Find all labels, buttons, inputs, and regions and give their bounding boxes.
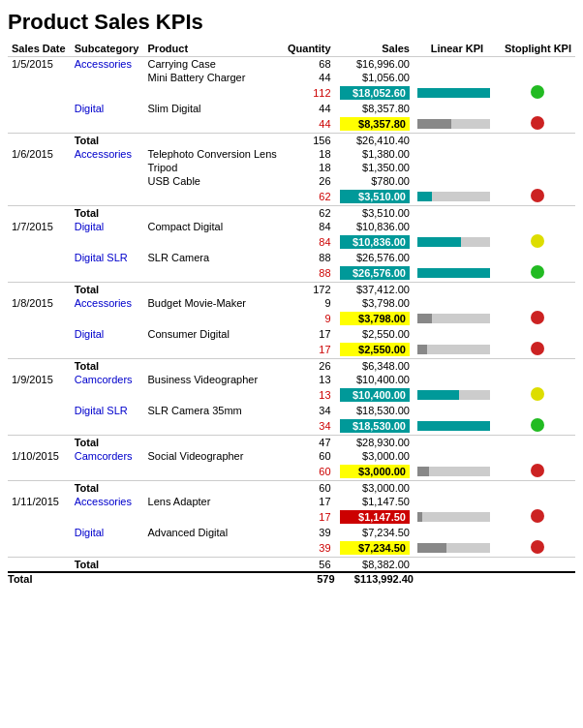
cell-stoplight-kpi	[501, 115, 575, 134]
stoplight-dot	[531, 265, 544, 279]
cell-sales: $28,930.00	[335, 436, 414, 450]
cell-qty: 13	[283, 386, 334, 404]
cell-product: Social Videographer	[144, 449, 284, 463]
cell-date	[8, 463, 71, 481]
cell-stoplight-kpi	[501, 188, 575, 206]
cell-subcat: Total	[71, 359, 144, 374]
cell-stoplight-kpi	[501, 558, 575, 573]
cell-product	[144, 359, 284, 374]
cell-sales: $18,052.60	[335, 84, 414, 102]
cell-linear-kpi	[414, 296, 501, 310]
cell-stoplight-kpi	[501, 233, 575, 251]
stoplight-dot	[531, 342, 544, 355]
cell-date	[8, 436, 71, 450]
col-header-linear-kpi: Linear KPI	[414, 41, 501, 57]
cell-date	[8, 539, 71, 558]
cell-sales: $8,357.80	[335, 102, 414, 115]
cell-sales: $1,350.00	[335, 161, 414, 174]
cell-subcat: Total	[71, 206, 144, 221]
cell-qty: 18	[283, 147, 334, 161]
page-title: Product Sales KPIs	[8, 10, 575, 35]
cell-subcat: Digital	[71, 526, 144, 539]
cell-product	[144, 508, 284, 526]
cell-subcat: Camcorders	[71, 373, 144, 386]
cell-stoplight-kpi	[501, 296, 575, 310]
stoplight-dot	[531, 234, 544, 248]
cell-linear-kpi	[414, 373, 501, 386]
cell-product	[144, 539, 284, 558]
cell-product: Telephoto Conversion Lens	[144, 147, 284, 161]
table-row: Total156$26,410.40	[8, 134, 575, 148]
table-row: Total60$3,000.00	[8, 481, 575, 496]
col-header-sales: Sales	[335, 41, 414, 57]
cell-stoplight-kpi	[501, 373, 575, 386]
cell-date	[8, 558, 71, 573]
cell-linear-kpi	[414, 436, 501, 450]
cell-product	[144, 283, 284, 297]
table-row: Mini Battery Charger44$1,056.00	[8, 71, 575, 84]
cell-subcat	[71, 386, 144, 404]
cell-qty: 34	[283, 417, 334, 436]
cell-stoplight-kpi	[501, 206, 575, 221]
table-row: Digital SLRSLR Camera88$26,576.00	[8, 251, 575, 264]
cell-product	[144, 84, 284, 102]
stoplight-dot	[531, 311, 544, 324]
cell-subcat	[71, 264, 144, 283]
cell-subcat: Digital SLR	[71, 404, 144, 417]
cell-linear-kpi	[414, 310, 501, 327]
cell-product: SLR Camera 35mm	[144, 404, 284, 417]
table-row: DigitalSlim Digital44$8,357.80	[8, 102, 575, 115]
cell-sales: $16,996.00	[335, 57, 414, 72]
col-header-qty: Quantity	[283, 41, 334, 57]
cell-product	[144, 341, 284, 359]
table-row: 1/9/2015CamcordersBusiness Videographer1…	[8, 373, 575, 386]
cell-stoplight-kpi	[501, 57, 575, 72]
cell-qty: 44	[283, 102, 334, 115]
cell-qty: 88	[283, 251, 334, 264]
cell-linear-kpi	[414, 161, 501, 174]
cell-sales: $3,798.00	[335, 310, 414, 327]
cell-sales: $7,234.50	[335, 539, 414, 558]
cell-subcat	[71, 508, 144, 526]
cell-sales: $26,410.40	[335, 134, 414, 148]
table-row: 34$18,530.00	[8, 417, 575, 436]
cell-qty: 60	[283, 449, 334, 463]
cell-stoplight-kpi	[501, 220, 575, 233]
cell-subcat: Digital	[71, 220, 144, 233]
cell-date: 1/6/2015	[8, 147, 71, 161]
cell-date	[8, 206, 71, 221]
cell-stoplight-kpi	[501, 264, 575, 283]
cell-linear-kpi	[414, 174, 501, 188]
cell-sales: $10,400.00	[335, 386, 414, 404]
cell-sales: $780.00	[335, 174, 414, 188]
cell-sales: $1,380.00	[335, 147, 414, 161]
cell-qty: 9	[283, 310, 334, 327]
cell-subcat: Digital	[71, 102, 144, 115]
table-row: 1/6/2015AccessoriesTelephoto Conversion …	[8, 147, 575, 161]
cell-qty: 39	[283, 539, 334, 558]
cell-date	[8, 251, 71, 264]
cell-date	[8, 102, 71, 115]
cell-linear-kpi	[414, 508, 501, 526]
cell-sales: $26,576.00	[335, 264, 414, 283]
cell-linear-kpi	[414, 526, 501, 539]
cell-subcat	[71, 115, 144, 134]
cell-date	[8, 359, 71, 374]
cell-subcat: Digital SLR	[71, 251, 144, 264]
cell-subcat: Accessories	[71, 296, 144, 310]
cell-qty: 44	[283, 115, 334, 134]
cell-date: 1/11/2015	[8, 495, 71, 508]
cell-date	[8, 134, 71, 148]
cell-linear-kpi	[414, 206, 501, 221]
cell-qty: 172	[283, 283, 334, 297]
cell-stoplight-kpi	[501, 539, 575, 558]
cell-stoplight-kpi	[501, 495, 575, 508]
cell-sales: $18,530.00	[335, 404, 414, 417]
table-row: Tripod18$1,350.00	[8, 161, 575, 174]
cell-stoplight-kpi	[501, 341, 575, 359]
stoplight-dot	[531, 464, 544, 477]
cell-stoplight-kpi	[501, 147, 575, 161]
cell-date	[8, 310, 71, 327]
cell-date	[8, 341, 71, 359]
cell-qty: 84	[283, 220, 334, 233]
